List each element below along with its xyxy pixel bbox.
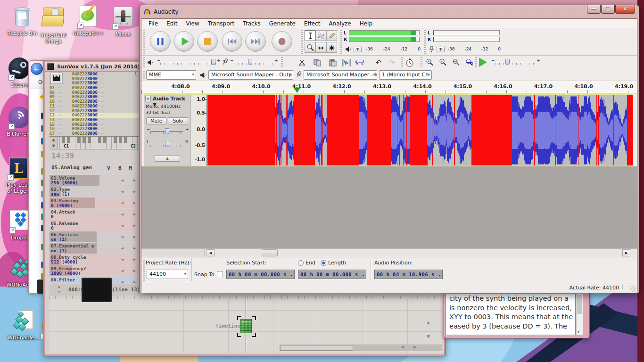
redo-button[interactable]: ↷ (386, 58, 398, 67)
end-radio[interactable] (298, 260, 304, 266)
undo-button[interactable]: ↶ (372, 58, 385, 67)
timeline-up-arrow[interactable]: ▲ (427, 320, 430, 325)
toolbar-grip[interactable] (143, 57, 145, 67)
fit-project-button[interactable] (463, 58, 475, 67)
param-increase[interactable]: ▶ (133, 257, 136, 262)
timer-record-button[interactable] (404, 58, 416, 67)
fit-selection-button[interactable] (450, 58, 462, 67)
menu-file[interactable]: File (144, 20, 162, 27)
desktop-icon-important-things[interactable]: Important things (38, 6, 69, 44)
status-spinner[interactable]: ▲▼ (58, 284, 60, 295)
cut-button[interactable] (296, 58, 308, 67)
multi-tool[interactable]: ∗ (326, 42, 337, 53)
solo-button[interactable]: Solo (168, 117, 188, 124)
skip-to-end-button[interactable] (245, 31, 266, 52)
param-decrease[interactable]: ◀ (121, 269, 124, 273)
menu-help[interactable]: Help (355, 20, 377, 27)
horizontal-scrollbar[interactable]: ◀ ▶ (141, 248, 637, 257)
timeline-ruler[interactable]: 4:08.04:09.04:10.04:11.04:12.04:13.04:14… (141, 81, 637, 93)
param-decrease[interactable]: ◀ (121, 189, 124, 194)
param-decrease[interactable]: ◀ (121, 201, 124, 205)
param-increase[interactable]: ▶ (133, 178, 136, 182)
track-close-button[interactable]: × (145, 96, 151, 101)
play-button[interactable] (173, 31, 194, 52)
zoom-in-button[interactable] (423, 58, 436, 67)
toolbar-grip[interactable] (301, 30, 303, 54)
module-m-button[interactable]: M (129, 165, 132, 171)
timeline-down-arrow[interactable]: ▼ (427, 334, 430, 339)
output-volume-slider[interactable] (160, 59, 216, 66)
param-increase[interactable]: ▶ (133, 280, 136, 283)
toolbar-grip[interactable] (424, 30, 426, 54)
module-v-button[interactable]: V (107, 165, 110, 171)
close-button[interactable]: × (615, 5, 635, 14)
param-attack[interactable]: 04.Attack0◀▶ (50, 209, 140, 220)
end-radio-label[interactable]: End (305, 260, 315, 266)
length-radio-label[interactable]: Length (328, 260, 346, 266)
selection-start-field[interactable]: 00 h 00 m 00.000 s (226, 270, 295, 279)
param-decrease[interactable]: ◀ (121, 235, 124, 239)
param-sustain[interactable]: 06.Sustainon (1)◀▶ (50, 231, 140, 242)
timeline-pattern-block[interactable] (240, 319, 252, 333)
param-decrease[interactable]: ◀ (121, 246, 124, 250)
pattern-icon[interactable] (50, 73, 63, 84)
audio-position-field[interactable]: 00 h 04 m 10.906 s (374, 270, 443, 279)
audacity-titlebar[interactable]: Audacity — ❏ × (140, 5, 639, 18)
recording-meter[interactable]: L R ▼ -36-24-120 (427, 28, 503, 56)
scrollbar-thumb[interactable] (262, 249, 278, 256)
resize-grip[interactable] (630, 286, 636, 292)
desktop-icon-notepad-plus-plus[interactable]: ↗Notepad++ (73, 6, 104, 36)
stop-button[interactable] (197, 31, 218, 52)
meter-dropdown-arrow[interactable]: ▼ (354, 47, 362, 52)
scroll-left-arrow[interactable]: ◀ (206, 249, 215, 256)
back-button[interactable]: ← (31, 63, 43, 75)
pause-button[interactable] (150, 31, 171, 52)
trim-audio-button[interactable] (340, 58, 353, 67)
menu-generate[interactable]: Generate (265, 20, 300, 27)
keyboard-scroll-spinner[interactable]: ▲▼ (50, 137, 58, 149)
param-panning[interactable]: 03.Panning0 (4000)◀▶ (50, 197, 140, 208)
toolbar-grip[interactable] (143, 71, 145, 79)
minimize-button[interactable]: — (587, 5, 601, 14)
envelope-tool[interactable] (315, 30, 326, 41)
pattern-editor[interactable]: 0 1 ··0402228000····0402228000··06··0402… (50, 72, 140, 136)
audio-host-dropdown[interactable]: MME (146, 70, 196, 80)
toolbar-grip[interactable] (143, 259, 145, 281)
param-decrease[interactable]: ◀ (121, 280, 124, 283)
gain-slider[interactable] (150, 128, 183, 135)
paste-button[interactable] (326, 58, 339, 67)
skip-to-start-button[interactable] (222, 31, 242, 52)
desktop-icon-wuenable[interactable]: WUEnable... (8, 310, 39, 341)
output-device-dropdown[interactable]: Microsoft Sound Mapper - Outp (208, 70, 293, 80)
menu-transport[interactable]: Transport (204, 20, 239, 27)
param-release[interactable]: 05.Release0◀▶ (50, 220, 140, 231)
length-radio[interactable] (321, 260, 326, 266)
param-increase[interactable]: ▶ (133, 212, 136, 216)
param-duty-cycle[interactable]: 08.Duty cycle512 (4000)◀▶ (50, 254, 140, 265)
module-b-button[interactable]: B (118, 165, 122, 171)
playback-meter[interactable]: L R ▼ -36-24-120 (343, 28, 422, 56)
param-increase[interactable]: ▶ (133, 201, 136, 205)
copy-button[interactable] (311, 58, 323, 67)
menu-edit[interactable]: Edit (162, 20, 182, 27)
toolbar-grip[interactable] (143, 30, 145, 54)
project-rate-dropdown[interactable]: 44100 (147, 270, 188, 279)
param-decrease[interactable]: ◀ (121, 257, 124, 262)
meter-dropdown-arrow[interactable]: ▼ (437, 47, 445, 52)
selection-tool[interactable] (305, 30, 315, 41)
draw-tool[interactable] (326, 30, 337, 41)
param-frequency2[interactable]: 09.Frequency21000 (4000)◀▶ (50, 265, 140, 276)
toolbar-grip[interactable] (475, 57, 477, 67)
scroll-right-arrow[interactable]: ▶ (622, 249, 630, 256)
timeline-scrollbar[interactable] (280, 345, 442, 351)
pattern-row[interactable]: 17··0402228000·· (50, 132, 140, 136)
play-at-speed-button[interactable] (479, 58, 487, 67)
param-decrease[interactable]: ◀ (121, 223, 124, 228)
param-decrease[interactable]: ◀ (121, 178, 124, 182)
toolbar-grip[interactable] (281, 57, 283, 67)
menu-effect[interactable]: Effect (300, 20, 325, 27)
param-increase[interactable]: ▶ (133, 235, 136, 239)
param-increase[interactable]: ▶ (133, 269, 136, 273)
module-header[interactable]: 05.Analog gen V B M S (50, 163, 140, 173)
timeline-left-arrow[interactable]: ◀ (401, 345, 404, 349)
